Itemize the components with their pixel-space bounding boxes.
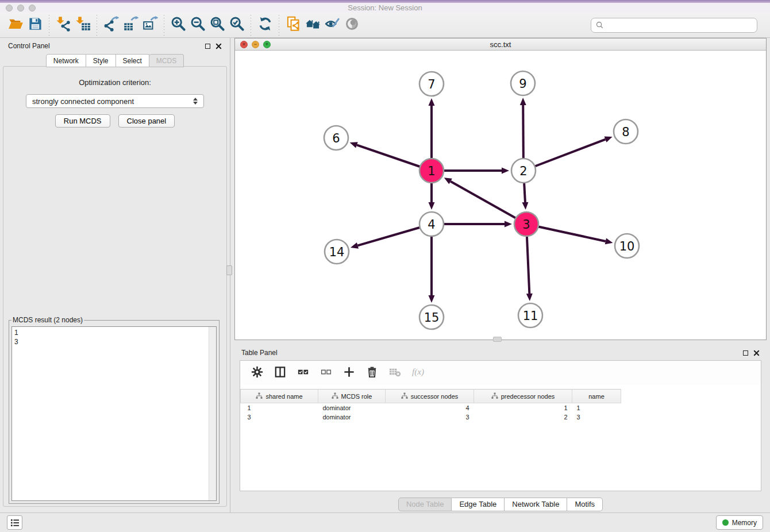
column-header-name[interactable]: name	[572, 390, 621, 403]
run-mcds-button[interactable]: Run MCDS	[55, 114, 110, 128]
cell-successor-nodes[interactable]: 3	[386, 413, 474, 422]
cell-MCDS-role[interactable]: dominator	[318, 403, 386, 413]
mcds-result-list[interactable]: 1 3	[11, 326, 217, 501]
main-toolbar	[0, 13, 770, 38]
memory-button[interactable]: Memory	[716, 515, 763, 530]
import-network-button[interactable]	[53, 16, 73, 35]
graph-node-7[interactable]: 7	[419, 72, 444, 96]
export-image-button[interactable]	[140, 16, 160, 35]
tab-network-table[interactable]: Network Table	[505, 498, 567, 511]
control-panel: Control Panel NetworkStyleSelectMCDS Opt…	[0, 38, 230, 512]
tree-icon	[256, 392, 263, 400]
settings-button[interactable]	[251, 365, 264, 381]
graph-node-2[interactable]: 2	[511, 159, 536, 183]
tab-style[interactable]: Style	[86, 54, 116, 67]
network-view-titlebar: × − + scc.txt	[235, 38, 766, 51]
split-columns-button[interactable]	[274, 365, 287, 381]
search-input[interactable]	[607, 21, 752, 29]
cell-shared-name[interactable]: 3	[241, 413, 318, 422]
edge-arrow-1-7	[429, 98, 435, 106]
close-panel-icon[interactable]	[215, 43, 222, 49]
save-session-icon	[28, 16, 43, 34]
duplicate-network-button[interactable]	[283, 16, 303, 35]
search-box[interactable]	[591, 18, 757, 33]
graph-node-3[interactable]: 3	[514, 212, 538, 236]
cell-MCDS-role[interactable]: dominator	[318, 413, 386, 422]
column-header-successor-nodes[interactable]: successor nodes	[386, 390, 474, 403]
show-graphics-details-button[interactable]	[342, 16, 361, 35]
zoom-fit-button[interactable]	[207, 16, 227, 35]
graph-node-15[interactable]: 15	[419, 305, 444, 329]
function-builder-icon: f(x)	[411, 365, 425, 381]
tree-icon	[491, 392, 498, 400]
cell-predecessor-nodes[interactable]: 2	[474, 413, 572, 422]
apply-layout-button[interactable]	[255, 16, 275, 35]
graph-node-1[interactable]: 1	[419, 159, 444, 183]
toolbar-separator	[279, 15, 279, 36]
table-row[interactable]: 3dominator323	[241, 413, 630, 422]
edge-2-8[interactable]	[523, 140, 606, 171]
cell-successor-nodes[interactable]: 4	[386, 403, 474, 413]
toolbar-separator	[251, 15, 251, 36]
graph-node-10[interactable]: 10	[615, 234, 639, 258]
tab-network[interactable]: Network	[46, 54, 86, 67]
column-header-predecessor-nodes[interactable]: predecessor nodes	[474, 390, 572, 403]
edge-3-1[interactable]	[451, 182, 526, 224]
tab-edge-table[interactable]: Edge Table	[452, 498, 505, 511]
close-panel-button[interactable]: Close panel	[118, 114, 175, 128]
apply-layout-icon	[257, 16, 273, 34]
node-label-15: 15	[424, 311, 440, 325]
session-home-button[interactable]	[303, 16, 322, 35]
cell-name[interactable]: 3	[572, 413, 621, 422]
horizontal-split-handle[interactable]	[493, 337, 502, 342]
column-header-MCDS-role[interactable]: MCDS role	[318, 390, 386, 403]
graph-node-8[interactable]: 8	[614, 119, 638, 144]
zoom-selected-button[interactable]	[227, 16, 247, 35]
add-column-button[interactable]	[342, 365, 356, 381]
status-bar: Memory	[0, 512, 770, 532]
tab-node-table[interactable]: Node Table	[398, 498, 452, 511]
delete-column-button[interactable]	[365, 365, 379, 381]
graph-node-6[interactable]: 6	[324, 126, 348, 150]
tab-mcds[interactable]: MCDS	[149, 54, 184, 67]
criterion-dropdown[interactable]: strongly connected component	[26, 94, 204, 108]
edge-arrow-4-3	[505, 221, 512, 228]
result-scrollbar[interactable]	[209, 327, 216, 500]
import-network-icon	[56, 16, 71, 34]
column-header-shared-name[interactable]: shared name	[241, 390, 318, 403]
select-all-button[interactable]	[297, 365, 310, 381]
save-session-button[interactable]	[25, 16, 45, 35]
graph-node-9[interactable]: 9	[511, 71, 535, 95]
edge-arrow-3-11	[526, 294, 533, 301]
criterion-dropdown-value: strongly connected component	[32, 97, 134, 106]
network-canvas[interactable]: 7968124314101511	[235, 51, 766, 340]
node-label-4: 4	[428, 218, 435, 232]
export-network-button[interactable]	[101, 16, 121, 35]
node-label-3: 3	[522, 218, 530, 232]
tab-select[interactable]: Select	[116, 54, 149, 67]
zoom-in-icon	[171, 16, 186, 34]
tab-motifs[interactable]: Motifs	[567, 498, 603, 511]
graph-node-4[interactable]: 4	[419, 212, 444, 236]
cell-shared-name[interactable]: 1	[241, 403, 318, 413]
cell-predecessor-nodes[interactable]: 1	[474, 403, 572, 413]
task-history-button[interactable]	[7, 515, 22, 530]
close-table-panel-icon[interactable]	[753, 350, 760, 356]
graph-node-14[interactable]: 14	[325, 240, 349, 264]
vertical-split-handle[interactable]	[226, 265, 232, 275]
export-table-button[interactable]	[121, 16, 140, 35]
open-session-button[interactable]	[6, 16, 25, 35]
zoom-out-button[interactable]	[188, 16, 207, 35]
hide-graphics-details-button[interactable]	[322, 16, 342, 35]
import-table-button[interactable]	[73, 16, 93, 35]
zoom-in-button[interactable]	[168, 16, 188, 35]
table-row[interactable]: 1dominator411	[241, 403, 630, 413]
edge-arrow-1-4	[429, 202, 435, 210]
column-header-filler	[621, 390, 630, 403]
deselect-all-button[interactable]	[319, 365, 333, 381]
graph-node-11[interactable]: 11	[518, 303, 542, 327]
cell-name[interactable]: 1	[572, 403, 621, 413]
edge-arrow-2-8	[605, 136, 613, 142]
float-panel-icon[interactable]	[205, 44, 210, 49]
float-table-panel-icon[interactable]	[743, 350, 748, 356]
